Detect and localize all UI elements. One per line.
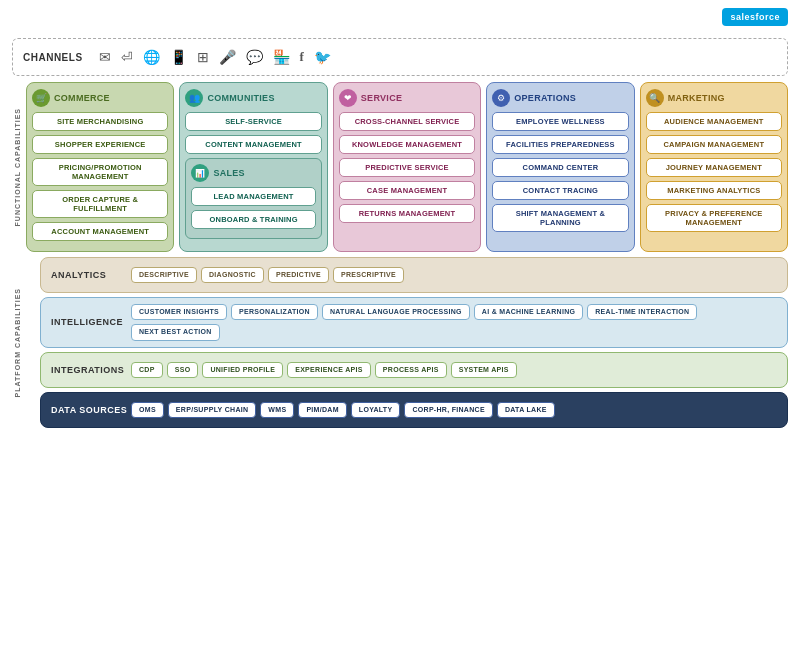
web-icon: 🌐 [143, 49, 160, 65]
voice-icon: 🎤 [219, 49, 236, 65]
intelligence-chip-3: AI & MACHINE LEARNING [474, 304, 583, 320]
communities-item-0: SELF-SERVICE [185, 112, 321, 131]
apps-icon: ⊞ [197, 49, 209, 65]
integrations-label: INTEGRATIONS [51, 365, 131, 375]
login-icon: ⏎ [121, 49, 133, 65]
analytics-chips: DESCRIPTIVE DIAGNOSTIC PREDICTIVE PRESCR… [131, 267, 777, 283]
datasources-chips: OMS ERP/SUPPLY CHAIN WMS PIM/DAM LOYALTY… [131, 402, 777, 418]
commerce-item-1: SHOPPER EXPERIENCE [32, 135, 168, 154]
marketing-item-0: AUDIENCE MANAGEMENT [646, 112, 782, 131]
functional-capabilities-label: FUNCTIONAL CAPABILITIES [14, 108, 21, 226]
marketing-item-3: MARKETING ANALYTICS [646, 181, 782, 200]
sales-item-0: LEAD MANAGEMENT [191, 187, 315, 206]
sales-item-1: ONBOARD & TRAINING [191, 210, 315, 229]
commerce-header: 🛒 COMMERCE [32, 89, 168, 107]
salesforce-logo: salesforce [722, 8, 788, 26]
integrations-chip-0: CDP [131, 362, 163, 378]
intelligence-row: INTELLIGENCE CUSTOMER INSIGHTS PERSONALI… [40, 297, 788, 348]
service-column: ❤ SERVICE CROSS-CHANNEL SERVICE KNOWLEDG… [333, 82, 481, 252]
analytics-row: ANALYTICS DESCRIPTIVE DIAGNOSTIC PREDICT… [40, 257, 788, 293]
intelligence-chip-2: NATURAL LANGUAGE PROCESSING [322, 304, 470, 320]
integrations-row: INTEGRATIONS CDP SSO UNIFIED PROFILE EXP… [40, 352, 788, 388]
integrations-chips: CDP SSO UNIFIED PROFILE EXPERIENCE APIS … [131, 362, 777, 378]
operations-item-3: CONTACT TRACING [492, 181, 628, 200]
operations-icon: ⚙ [492, 89, 510, 107]
commerce-title: COMMERCE [54, 93, 110, 103]
datasources-label: DATA SOURCES [51, 405, 131, 415]
operations-title: OPERATIONS [514, 93, 576, 103]
marketing-item-1: CAMPAIGN MANAGEMENT [646, 135, 782, 154]
communities-item-1: CONTENT MANAGEMENT [185, 135, 321, 154]
platform-rows-area: ANALYTICS DESCRIPTIVE DIAGNOSTIC PREDICT… [26, 257, 788, 428]
platform-capabilities-label: PLATFORM CAPABILITIES [14, 288, 21, 397]
facebook-icon: f [300, 49, 304, 65]
functional-label-wrap: FUNCTIONAL CAPABILITIES [12, 82, 26, 252]
intelligence-chip-4: REAL-TIME INTERACTION [587, 304, 697, 320]
platform-label-wrap: PLATFORM CAPABILITIES [12, 257, 26, 428]
analytics-label: ANALYTICS [51, 270, 131, 280]
marketing-column: 🔍 MARKETING AUDIENCE MANAGEMENT CAMPAIGN… [640, 82, 788, 252]
operations-column: ⚙ OPERATIONS EMPLOYEE WELLNESS FACILITIE… [486, 82, 634, 252]
marketing-item-4: PRIVACY & PREFERENCE MANAGEMENT [646, 204, 782, 232]
functional-area: FUNCTIONAL CAPABILITIES 🛒 COMMERCE SITE … [12, 82, 788, 252]
twitter-icon: 🐦 [314, 49, 331, 65]
commerce-item-4: ACCOUNT MANAGEMENT [32, 222, 168, 241]
operations-item-1: FACILITIES PREPAREDNESS [492, 135, 628, 154]
main-container: salesforce CHANNELS ✉ ⏎ 🌐 📱 ⊞ 🎤 💬 🏪 f 🐦 … [0, 0, 800, 650]
service-title: SERVICE [361, 93, 402, 103]
intelligence-label: INTELLIGENCE [51, 317, 131, 327]
service-item-0: CROSS-CHANNEL SERVICE [339, 112, 475, 131]
operations-item-4: SHIFT MANAGEMENT & PLANNING [492, 204, 628, 232]
analytics-chip-1: DIAGNOSTIC [201, 267, 264, 283]
integrations-chip-4: PROCESS APIS [375, 362, 447, 378]
integrations-chip-2: UNIFIED PROFILE [202, 362, 283, 378]
intelligence-chip-5: NEXT BEST ACTION [131, 324, 220, 340]
store-icon: 🏪 [273, 49, 290, 65]
channels-bar: CHANNELS ✉ ⏎ 🌐 📱 ⊞ 🎤 💬 🏪 f 🐦 [12, 38, 788, 76]
service-item-2: PREDICTIVE SERVICE [339, 158, 475, 177]
analytics-chip-2: PREDICTIVE [268, 267, 329, 283]
communities-title: COMMUNITIES [207, 93, 274, 103]
commerce-item-0: SITE MERCHANDISING [32, 112, 168, 131]
datasources-chip-0: OMS [131, 402, 164, 418]
commerce-item-3: ORDER CAPTURE & FULFILLMENT [32, 190, 168, 218]
mobile-icon: 📱 [170, 49, 187, 65]
datasources-chip-6: DATA LAKE [497, 402, 555, 418]
sales-title: SALES [213, 168, 245, 178]
integrations-chip-3: EXPERIENCE APIS [287, 362, 371, 378]
datasources-chip-5: CORP-HR, FINANCE [404, 402, 492, 418]
communities-header: 👥 COMMUNITIES [185, 89, 321, 107]
marketing-title: MARKETING [668, 93, 725, 103]
commerce-icon: 🛒 [32, 89, 50, 107]
intelligence-chip-0: CUSTOMER INSIGHTS [131, 304, 227, 320]
commerce-item-2: PRICING/PROMOTION MANAGEMENT [32, 158, 168, 186]
service-item-3: CASE MANAGEMENT [339, 181, 475, 200]
operations-item-2: COMMAND CENTER [492, 158, 628, 177]
intelligence-chips: CUSTOMER INSIGHTS PERSONALIZATION NATURA… [131, 304, 777, 341]
operations-item-0: EMPLOYEE WELLNESS [492, 112, 628, 131]
service-item-1: KNOWLEDGE MANAGEMENT [339, 135, 475, 154]
channels-label: CHANNELS [23, 52, 83, 63]
integrations-chip-1: SSO [167, 362, 199, 378]
service-item-4: RETURNS MANAGEMENT [339, 204, 475, 223]
channels-icons: ✉ ⏎ 🌐 📱 ⊞ 🎤 💬 🏪 f 🐦 [99, 49, 331, 65]
marketing-icon: 🔍 [646, 89, 664, 107]
intelligence-chip-1: PERSONALIZATION [231, 304, 318, 320]
datasources-row: DATA SOURCES OMS ERP/SUPPLY CHAIN WMS PI… [40, 392, 788, 428]
sales-subcard: 📊 SALES LEAD MANAGEMENT ONBOARD & TRAINI… [185, 158, 321, 239]
datasources-chip-1: ERP/SUPPLY CHAIN [168, 402, 257, 418]
integrations-chip-5: SYSTEM APIS [451, 362, 517, 378]
functional-cards-area: 🛒 COMMERCE SITE MERCHANDISING SHOPPER EX… [26, 82, 788, 252]
marketing-header: 🔍 MARKETING [646, 89, 782, 107]
communities-icon: 👥 [185, 89, 203, 107]
sales-icon: 📊 [191, 164, 209, 182]
email-icon: ✉ [99, 49, 111, 65]
platform-area: PLATFORM CAPABILITIES ANALYTICS DESCRIPT… [12, 257, 788, 428]
operations-header: ⚙ OPERATIONS [492, 89, 628, 107]
communities-column: 👥 COMMUNITIES SELF-SERVICE CONTENT MANAG… [179, 82, 327, 252]
commerce-column: 🛒 COMMERCE SITE MERCHANDISING SHOPPER EX… [26, 82, 174, 252]
chat-icon: 💬 [246, 49, 263, 65]
service-header: ❤ SERVICE [339, 89, 475, 107]
datasources-chip-4: LOYALTY [351, 402, 401, 418]
analytics-chip-0: DESCRIPTIVE [131, 267, 197, 283]
